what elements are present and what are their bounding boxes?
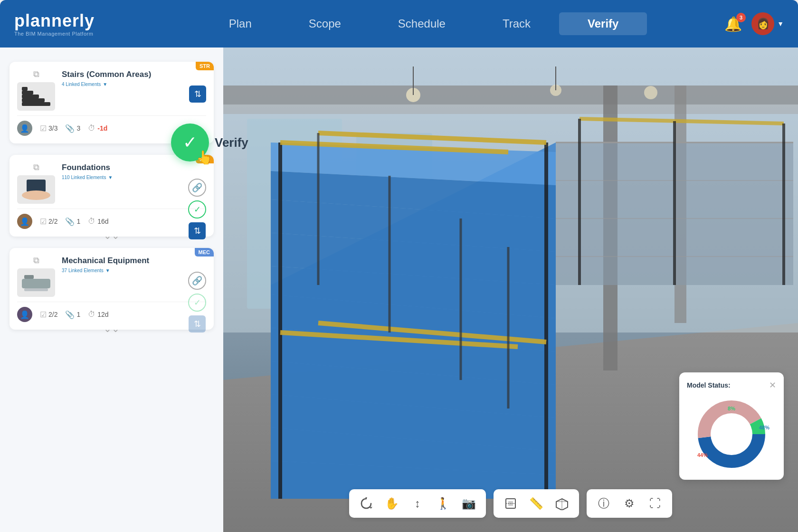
- tasks-foundations: ☑ 2/2: [40, 217, 57, 226]
- transfer-btn-mechanical[interactable]: ⇅: [189, 315, 206, 332]
- time-stairs: ⏱ -1d: [88, 124, 107, 133]
- stairs-thumbnail: [19, 84, 53, 109]
- link-btn-mechanical[interactable]: 🔗: [188, 272, 206, 290]
- nav-verify[interactable]: Verify: [559, 12, 647, 35]
- tool-hand[interactable]: ✋: [382, 494, 401, 513]
- transfer-btn-foundations[interactable]: ⇅: [189, 222, 206, 239]
- user-avatar: 👩: [751, 12, 774, 35]
- tasks-icon-stairs: ☑: [40, 124, 47, 133]
- card-header-mechanical: ⧉ Mechanical Equipment 37 Linked Element…: [17, 256, 206, 297]
- logo: plannerly The BIM Management Platform: [14, 11, 95, 37]
- donut-label-blue: 48%: [759, 425, 770, 430]
- chevron-foundations: ⌄⌄: [104, 230, 120, 241]
- donut-label-green: 8%: [728, 406, 735, 411]
- svg-rect-9: [24, 288, 48, 291]
- tool-rotate[interactable]: [357, 494, 376, 513]
- viewport-3d[interactable]: Model Status: ✕: [223, 48, 798, 532]
- card-header-stairs: ⧉ Stairs (Common Areas) 4: [17, 69, 206, 111]
- svg-rect-3: [22, 91, 33, 95]
- verify-button[interactable]: ✓ 👆: [171, 124, 209, 162]
- card-info-foundations: Foundations 110 Linked Elements ▼: [62, 162, 206, 180]
- foundations-link[interactable]: 110 Linked Elements ▼: [62, 175, 206, 180]
- card-tag-str: STR: [196, 62, 214, 70]
- verify-float: ✓ 👆 Verify: [171, 124, 248, 162]
- cube-icon: [555, 497, 569, 510]
- tool-3d-view[interactable]: [552, 494, 571, 513]
- transfer-btn-stairs[interactable]: ⇅: [189, 86, 206, 103]
- verify-label: Verify: [215, 135, 248, 150]
- card-mechanical: MEC ⧉ Mechanical Equipment 37: [10, 248, 214, 330]
- svg-point-69: [711, 413, 752, 455]
- nav-track[interactable]: Track: [474, 12, 559, 35]
- notification-bell[interactable]: 🔔 3: [724, 16, 742, 32]
- mechanical-title: Mechanical Equipment: [62, 256, 206, 266]
- avatar-foundations: 👤: [17, 214, 32, 229]
- card-footer-mechanical: 👤 ☑ 2/2 📎 1 ⏱ 12d: [17, 302, 206, 322]
- svg-rect-0: [22, 102, 50, 106]
- nav-scope[interactable]: Scope: [280, 12, 370, 35]
- card-info-stairs: Stairs (Common Areas) 4 Linked Elements …: [62, 69, 206, 87]
- svg-rect-7: [22, 279, 50, 288]
- link-btn-foundations[interactable]: 🔗: [188, 179, 206, 197]
- clock-icon-foundations: ⏱: [88, 217, 95, 226]
- bottom-toolbar: ✋ ↕ 🚶 📷 📏: [349, 489, 672, 518]
- avatar-stairs: 👤: [17, 121, 32, 136]
- tool-zoom[interactable]: ↕: [408, 494, 427, 513]
- tool-person[interactable]: 🚶: [434, 494, 453, 513]
- verify-btn-foundations[interactable]: ✓: [188, 200, 206, 218]
- card-thumb-foundations: [17, 175, 55, 204]
- model-status-card: Model Status: ✕: [679, 372, 784, 480]
- toolbar-group-info: ⓘ ⚙ ⛶: [587, 489, 672, 518]
- stairs-link[interactable]: 4 Linked Elements ▼: [62, 82, 206, 87]
- card-thumb-mechanical: [17, 268, 55, 297]
- mechanical-link[interactable]: 37 Linked Elements ▼: [62, 268, 206, 273]
- svg-rect-4: [22, 87, 28, 91]
- card-header-foundations: ⧉ Foundations 110 Linked Elements ▼: [17, 162, 206, 204]
- cursor-icon: 👆: [196, 150, 213, 165]
- card-foundations: STR ⧉ Foundations 110 Linked Elements: [10, 155, 214, 237]
- copy-icon-stairs: ⧉: [33, 69, 39, 79]
- card-icon-area-foundations: ⧉: [17, 162, 55, 204]
- svg-point-62: [644, 86, 657, 99]
- card-thumb-stairs: [17, 82, 55, 111]
- nav-plan[interactable]: Plan: [200, 12, 280, 35]
- attachments-foundations: 📎 1: [65, 217, 80, 226]
- toolbar-group-model: 📏: [494, 489, 579, 518]
- tool-info[interactable]: ⓘ: [594, 494, 613, 513]
- tool-camera[interactable]: 📷: [459, 494, 478, 513]
- tasks-icon-foundations: ☑: [40, 217, 47, 226]
- svg-rect-1: [22, 98, 45, 102]
- toolbar-group-navigation: ✋ ↕ 🚶 📷: [349, 489, 486, 518]
- card-icon-area-mechanical: ⧉: [17, 256, 55, 297]
- chevron-mechanical: ⌄⌄: [104, 323, 120, 334]
- svg-rect-15: [223, 86, 798, 104]
- nav-schedule[interactable]: Schedule: [370, 12, 474, 35]
- stairs-title: Stairs (Common Areas): [62, 69, 206, 80]
- avatar-mechanical: 👤: [17, 307, 32, 322]
- tool-section[interactable]: [501, 494, 520, 513]
- notification-count: 3: [736, 13, 746, 22]
- card-footer-foundations: 👤 ☑ 2/2 📎 1 ⏱ 16d: [17, 209, 206, 229]
- foundations-title: Foundations: [62, 162, 206, 173]
- svg-rect-2: [22, 95, 39, 98]
- attach-icon-stairs: 📎: [65, 124, 75, 133]
- header-right: 🔔 3 👩 ▼: [724, 12, 784, 35]
- donut-label-red: 44%: [697, 452, 708, 458]
- svg-rect-5: [27, 180, 46, 192]
- model-status-title: Model Status:: [687, 381, 731, 389]
- verify-btn-mechanical[interactable]: ✓: [188, 294, 206, 312]
- app-name: plannerly: [14, 11, 95, 31]
- card-tag-mec: MEC: [195, 248, 214, 256]
- card-icon-area-stairs: ⧉: [17, 69, 55, 111]
- card-actions-stairs: ⇅: [189, 86, 206, 103]
- tool-measure[interactable]: 📏: [527, 494, 546, 513]
- tool-fullscreen[interactable]: ⛶: [646, 494, 665, 513]
- attachments-mechanical: 📎 1: [65, 310, 80, 319]
- user-avatar-wrap[interactable]: 👩 ▼: [751, 12, 784, 35]
- tasks-mechanical: ☑ 2/2: [40, 310, 57, 319]
- tasks-stairs: ☑ 3/3: [40, 124, 57, 133]
- card-actions-mechanical: 🔗 ✓ ⇅: [188, 272, 206, 332]
- tool-settings[interactable]: ⚙: [620, 494, 639, 513]
- model-status-close[interactable]: ✕: [769, 380, 776, 390]
- section-icon: [504, 497, 517, 510]
